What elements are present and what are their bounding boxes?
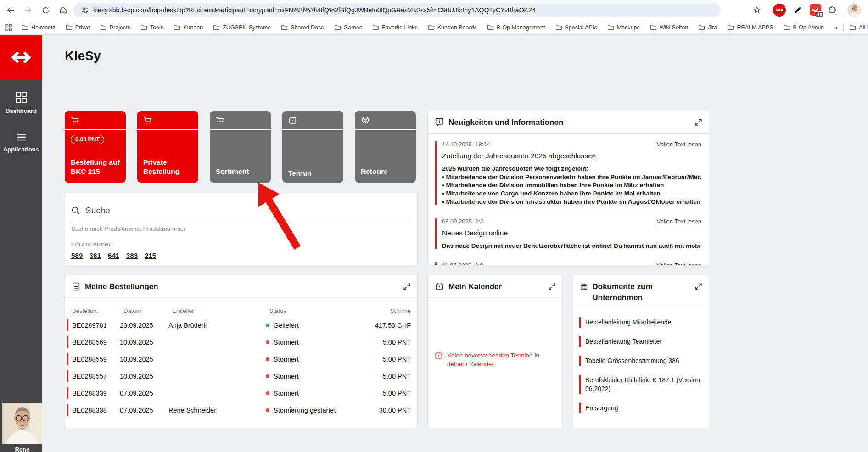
bookmark-item[interactable]: Mockups: [607, 24, 640, 31]
app-root: Dashboard Applications Rene KleSy 0.00 P…: [0, 35, 868, 452]
news-card-title: Neuigkeiten und Informationen: [448, 117, 563, 128]
sidebar-item-dashboard[interactable]: Dashboard: [0, 92, 42, 114]
back-button[interactable]: [4, 3, 17, 17]
recent-search-link[interactable]: 589: [71, 251, 83, 259]
tile-body: Sortiment: [210, 130, 271, 182]
table-row[interactable]: BE028855710.09.2025 Storniert 5.00 PNT: [67, 370, 411, 382]
bookmark-item[interactable]: Games: [334, 24, 362, 31]
bookmark-item[interactable]: Kunden Boards: [428, 24, 477, 31]
calendar-card-header: Mein Kalender: [428, 275, 562, 298]
status-dot: [266, 408, 269, 412]
tile-bestellung-auf-bkc-215[interactable]: 0.00 PNT Bestellung aufBKC 215: [65, 111, 126, 183]
cart-icon: [216, 117, 224, 124]
table-row[interactable]: BE028833807.09.2025Rene Schneider Storni…: [67, 404, 411, 416]
expand-icon[interactable]: [403, 282, 411, 291]
address-bar[interactable]: klesy.sbb.b-op.com/bop-desktop?BusinessP…: [73, 3, 721, 17]
home-button[interactable]: [56, 3, 70, 17]
status-dot: [266, 357, 269, 361]
bookmark-item[interactable]: Privat: [66, 24, 90, 31]
document-link[interactable]: Tabelle Grössenbestimmung 386: [579, 356, 701, 366]
news-bullet: Mitarbeitende der Division Personenverke…: [442, 173, 701, 180]
document-link[interactable]: Bestellanleitung Teamleiter: [579, 336, 701, 347]
apps-grid-icon[interactable]: [5, 23, 13, 32]
bookmark-item[interactable]: B-Op Admin: [784, 24, 824, 31]
bookmark-item[interactable]: ZUGSEIL Systeme: [213, 24, 271, 31]
news-divider: [428, 212, 709, 212]
sbb-logo[interactable]: [0, 35, 42, 80]
tile-retoure[interactable]: Retoure: [355, 111, 416, 183]
bookmark-item[interactable]: Shared Docs: [281, 24, 324, 31]
table-row[interactable]: BE028978123.09.2025Anja Brüderli Geliefe…: [67, 319, 411, 331]
tile-label: Sortiment: [216, 167, 269, 176]
document-link[interactable]: Berufskleider Richtlinie K 187.1 (Versio…: [579, 375, 701, 394]
status-dot: [266, 340, 269, 344]
folder-icon: [334, 24, 341, 30]
extensions-puzzle-icon[interactable]: [825, 3, 839, 17]
tile-private-bestellung[interactable]: PrivateBestellung: [137, 111, 198, 183]
folder-icon: [66, 24, 73, 30]
user-name: Rene: [2, 446, 42, 452]
bookmark-item[interactable]: Projects: [100, 24, 130, 31]
recent-search-link[interactable]: 381: [90, 251, 101, 259]
document-link[interactable]: Entsorgung: [579, 403, 701, 413]
read-full-text-link[interactable]: Vollen Text lesen: [657, 218, 701, 225]
bookmark-item[interactable]: Tools: [140, 24, 163, 31]
calendar-icon: [435, 282, 444, 290]
table-row[interactable]: BE028833907.09.2025 Storniert 5.00 PNT: [67, 387, 411, 399]
table-row[interactable]: BE028855910.09.2025 Storniert 5.00 PNT: [67, 353, 411, 365]
forward-button[interactable]: [21, 3, 35, 17]
bookmark-item[interactable]: Kunden: [174, 24, 203, 31]
news-item: 11.07.2025 2:0 Vollen Text lesen: [435, 262, 701, 265]
read-full-text-link[interactable]: Vollen Text lesen: [657, 262, 701, 265]
tile-header: [210, 111, 271, 130]
document-link[interactable]: Bestellanleitung Mitarbeitende: [579, 317, 701, 328]
recent-search-link[interactable]: 215: [145, 251, 156, 259]
news-card-header: Neuigkeiten und Informationen: [428, 111, 709, 134]
bookmark-item[interactable]: Jira: [698, 24, 717, 31]
sidebar: Dashboard Applications Rene: [0, 35, 42, 452]
bookmark-item[interactable]: Special APIs: [555, 24, 597, 31]
calendar-card: Mein Kalender Keine bevorstehenden Termi…: [428, 275, 562, 428]
expand-icon[interactable]: [694, 118, 703, 127]
adblock-extension-icon[interactable]: ABP: [773, 4, 786, 17]
expand-icon[interactable]: [548, 282, 556, 291]
bookmark-item[interactable]: B-Op Management: [487, 24, 545, 31]
bookmark-item[interactable]: Heimnetz: [22, 24, 56, 31]
news-card: Neuigkeiten und Informationen 14.10.2025…: [428, 111, 709, 265]
browser-toolbar: klesy.sbb.b-op.com/bop-desktop?BusinessP…: [0, 0, 868, 20]
sidebar-user[interactable]: Rene: [2, 403, 42, 452]
table-row[interactable]: BE028856910.09.2025 Storniert 5.00 PNT: [67, 336, 411, 348]
url-text[interactable]: klesy.sbb.b-op.com/bop-desktop?BusinessP…: [93, 6, 713, 14]
bookmark-item[interactable]: REALM APPS: [727, 24, 773, 31]
site-info-icon[interactable]: [81, 6, 89, 14]
bookmark-star-button[interactable]: [750, 3, 764, 17]
bookmark-item[interactable]: Favorite Links: [372, 24, 418, 31]
search-input[interactable]: Suche: [71, 206, 411, 216]
bookmarks-overflow-chevron[interactable]: »: [834, 23, 838, 31]
calendar-empty-message: Keine bevorstehenden Termine in deinem K…: [447, 351, 555, 368]
status-cell: Stornierung gestartet: [266, 407, 356, 414]
menu-icon: [16, 133, 27, 142]
read-full-text-link[interactable]: Vollen Text lesen: [657, 141, 701, 148]
status-dot: [266, 324, 269, 327]
recent-search-label: LETZTE SUCHE: [71, 242, 411, 247]
tile-termin[interactable]: Termin: [282, 111, 343, 183]
news-title: Zuteilung der Jahresquoten 2025 abgeschl…: [442, 152, 701, 160]
all-bookmarks-button[interactable]: All Bookmarks: [849, 24, 868, 31]
tile-sortiment[interactable]: Sortiment: [210, 111, 271, 183]
recent-search-link[interactable]: 383: [126, 251, 138, 259]
folder-icon: [555, 24, 562, 30]
reload-button[interactable]: [39, 3, 52, 17]
browser-profile-avatar[interactable]: [847, 3, 861, 17]
expand-icon[interactable]: [694, 282, 703, 291]
bookmarks-separator: [16, 23, 16, 32]
red-extension-icon[interactable]: 15: [810, 4, 821, 16]
folder-icon: [698, 24, 705, 30]
recent-search-link[interactable]: 641: [108, 251, 119, 259]
tile-label: Termin: [288, 169, 341, 178]
sidebar-item-applications[interactable]: Applications: [0, 133, 42, 153]
news-item: 08.09.2025 2:0 Vollen Text lesen Neues D…: [435, 218, 701, 249]
status-cell: Storniert: [266, 373, 356, 380]
pen-extension-icon[interactable]: [790, 3, 804, 17]
bookmark-item[interactable]: Wiki Seiten: [650, 24, 689, 31]
